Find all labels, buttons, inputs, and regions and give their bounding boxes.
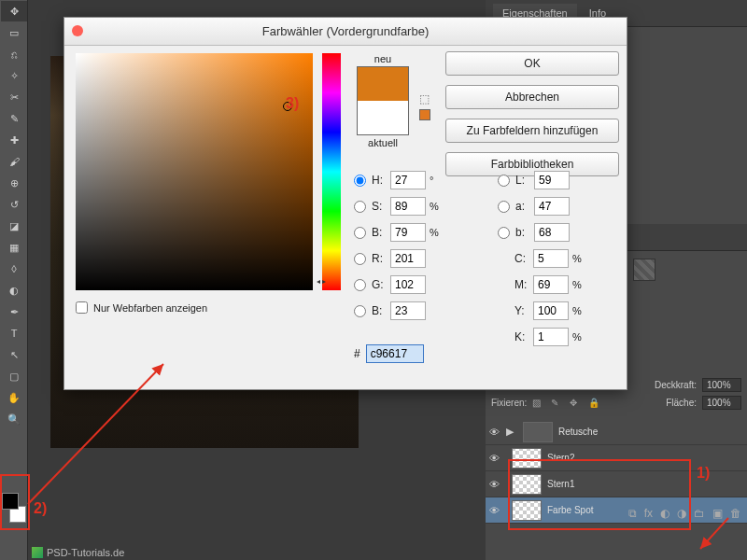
- bb-input[interactable]: [390, 301, 426, 320]
- trash-icon[interactable]: 🗑: [730, 507, 741, 520]
- pen-tool[interactable]: ✒: [1, 301, 27, 322]
- cancel-button[interactable]: Abbrechen: [445, 85, 619, 109]
- layer-thumbnail: [512, 474, 542, 495]
- shape-tool[interactable]: ▢: [1, 366, 27, 386]
- lock-transparency-icon[interactable]: ▨: [532, 398, 545, 409]
- brush-tool[interactable]: 🖌: [1, 151, 27, 172]
- lock-label: Fixieren:: [491, 398, 527, 408]
- color-swatches[interactable]: [2, 493, 26, 523]
- heal-tool[interactable]: ✚: [1, 130, 27, 150]
- b-radio[interactable]: [354, 227, 366, 239]
- layer-row-retusche[interactable]: 👁 ▶ Retusche: [486, 419, 747, 445]
- wand-tool[interactable]: ✧: [1, 65, 27, 86]
- r-radio[interactable]: [354, 253, 366, 265]
- foreground-color[interactable]: [2, 493, 19, 510]
- link-layers-icon[interactable]: ⧉: [628, 507, 637, 520]
- a-radio[interactable]: [498, 201, 510, 213]
- b-input[interactable]: [390, 223, 426, 242]
- tools-panel: ✥ ▭ ⎌ ✧ ✂ ✎ ✚ 🖌 ⊕ ↺ ◪ ▦ ◊ ◐ ✒ T ↖ ▢ ✋ 🔍: [0, 0, 28, 560]
- a-input[interactable]: [534, 197, 570, 216]
- color-preview: neu aktuell: [354, 53, 412, 148]
- watermark-icon: [32, 547, 43, 558]
- folder-toggle-icon[interactable]: ▶: [506, 426, 514, 438]
- hex-input[interactable]: [366, 344, 424, 363]
- color-field[interactable]: [76, 53, 313, 290]
- h-radio[interactable]: [354, 175, 366, 187]
- fx-icon[interactable]: fx: [644, 507, 653, 520]
- c-input[interactable]: [533, 249, 569, 268]
- watermark: PSD-Tutorials.de: [32, 547, 124, 558]
- dodge-tool[interactable]: ◐: [1, 280, 27, 301]
- gamut-warning-icon[interactable]: ⬚: [419, 92, 430, 105]
- gradient-tool[interactable]: ▦: [1, 237, 27, 258]
- visibility-icon[interactable]: 👁: [489, 479, 506, 490]
- path-tool[interactable]: ↖: [1, 344, 27, 365]
- lock-position-icon[interactable]: ✥: [570, 398, 583, 409]
- opacity-label: Deckkraft:: [655, 380, 697, 390]
- layer-thumbnail: [512, 500, 542, 521]
- b2-radio[interactable]: [498, 227, 510, 239]
- close-icon[interactable]: [72, 25, 83, 36]
- visibility-icon[interactable]: 👁: [489, 505, 506, 516]
- visibility-icon[interactable]: 👁: [489, 453, 506, 464]
- web-colors-only-checkbox[interactable]: Nur Webfarben anzeigen: [76, 301, 207, 314]
- opacity-field[interactable]: 100%: [702, 378, 741, 392]
- bb-radio[interactable]: [354, 305, 366, 317]
- fill-field[interactable]: 100%: [702, 396, 741, 410]
- layer-thumbnail: [512, 448, 542, 469]
- h-input[interactable]: [390, 171, 426, 189]
- eyedropper-tool[interactable]: ✎: [1, 108, 27, 129]
- r-input[interactable]: [390, 249, 426, 268]
- new-color-swatch[interactable]: [358, 67, 408, 101]
- annotation-3: 3): [286, 95, 299, 112]
- g-input[interactable]: [390, 275, 426, 294]
- folder-icon: [523, 422, 553, 442]
- new-layer-icon[interactable]: ▣: [712, 507, 723, 520]
- current-label: aktuell: [354, 137, 412, 148]
- crop-tool[interactable]: ✂: [1, 87, 27, 107]
- y-input[interactable]: [533, 301, 569, 320]
- m-input[interactable]: [533, 275, 569, 294]
- blur-tool[interactable]: ◊: [1, 259, 27, 279]
- annotation-2: 2): [34, 500, 47, 517]
- layers-panel: Deckkraft: 100% Fixieren: ▨ ✎ ✥ 🔒 Fläche…: [486, 369, 747, 524]
- history-brush-tool[interactable]: ↺: [1, 194, 27, 215]
- current-color-swatch[interactable]: [358, 101, 408, 134]
- lock-all-icon[interactable]: 🔒: [588, 398, 601, 409]
- b2-input[interactable]: [534, 223, 570, 242]
- group-icon[interactable]: 🗀: [694, 507, 705, 520]
- hand-tool[interactable]: ✋: [1, 387, 27, 408]
- dialog-title: Farbwähler (Vordergrundfarbe): [64, 18, 627, 46]
- mask-icon[interactable]: ◐: [660, 507, 669, 520]
- l-radio[interactable]: [498, 175, 510, 187]
- g-radio[interactable]: [354, 279, 366, 291]
- add-to-swatches-button[interactable]: Zu Farbfeldern hinzufügen: [445, 119, 619, 143]
- hue-slider-thumb[interactable]: ◂ ▸: [317, 277, 326, 286]
- type-tool[interactable]: T: [1, 323, 27, 343]
- new-label: neu: [354, 53, 412, 64]
- ok-button[interactable]: OK: [445, 51, 619, 76]
- style-swatch[interactable]: [633, 259, 655, 281]
- fill-label: Fläche:: [666, 398, 697, 408]
- stamp-tool[interactable]: ⊕: [1, 173, 27, 193]
- l-input[interactable]: [534, 171, 570, 189]
- lasso-tool[interactable]: ⎌: [1, 44, 27, 64]
- eraser-tool[interactable]: ◪: [1, 216, 27, 236]
- color-picker-dialog: Farbwähler (Vordergrundfarbe) ◂ ▸ neu ak…: [63, 17, 627, 390]
- s-radio[interactable]: [354, 201, 366, 213]
- annotation-1: 1): [697, 465, 710, 482]
- k-input[interactable]: [533, 328, 569, 346]
- zoom-tool[interactable]: 🔍: [1, 409, 27, 429]
- marquee-tool[interactable]: ▭: [1, 22, 27, 43]
- s-input[interactable]: [390, 197, 426, 216]
- visibility-icon[interactable]: 👁: [489, 427, 506, 438]
- lock-pixels-icon[interactable]: ✎: [551, 398, 564, 409]
- gamut-color-swatch[interactable]: [419, 109, 430, 120]
- adjustment-icon[interactable]: ◑: [677, 507, 686, 520]
- move-tool[interactable]: ✥: [1, 1, 27, 21]
- hue-slider[interactable]: [322, 53, 341, 290]
